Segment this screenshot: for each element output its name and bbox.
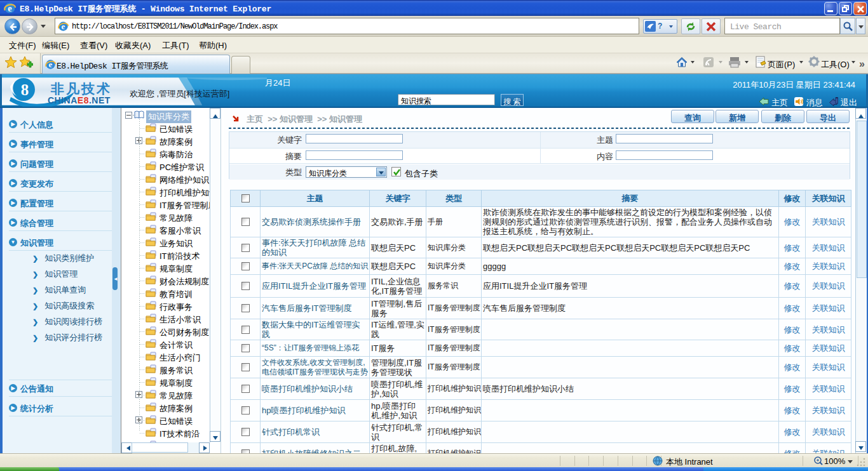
svg-text:8: 8 [21,81,29,98]
